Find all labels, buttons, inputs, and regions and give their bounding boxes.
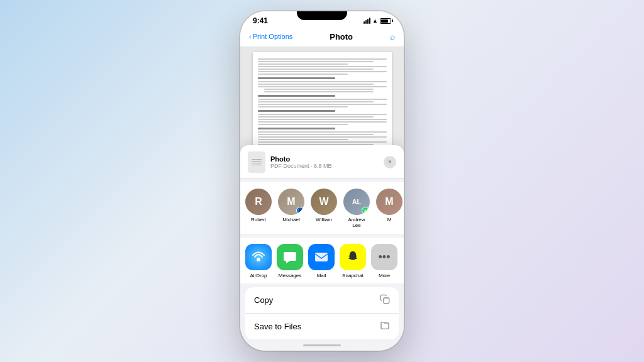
copy-label: Copy xyxy=(254,295,273,305)
app-snapchat[interactable]: Snapchat xyxy=(340,244,366,278)
wifi-icon: ▲ xyxy=(372,18,378,24)
notch xyxy=(297,11,347,20)
contact-name-m: M xyxy=(387,217,392,223)
avatar-robert: R xyxy=(245,189,272,215)
badge-michael: 📱 xyxy=(296,207,304,214)
folder-icon xyxy=(380,321,390,332)
close-button[interactable]: × xyxy=(384,156,396,168)
share-sheet: Photo PDF Document · 6.8 MB × R Robert xyxy=(240,145,404,339)
contact-william[interactable]: W William xyxy=(311,189,337,229)
back-label: Print Options xyxy=(253,33,293,40)
app-mail[interactable]: Mail xyxy=(308,244,335,278)
home-bar xyxy=(303,344,341,346)
svg-rect-2 xyxy=(384,298,389,304)
app-name-airdrop: AirDrop xyxy=(250,273,267,278)
airdrop-icon xyxy=(245,244,272,270)
nav-title: Photo xyxy=(330,32,353,41)
app-more[interactable]: ••• More xyxy=(371,244,397,278)
avatar-andrew-lee: AL W xyxy=(343,189,370,215)
battery-icon xyxy=(380,18,391,24)
contact-name-william: William xyxy=(316,217,332,223)
app-messages[interactable]: Messages xyxy=(277,244,303,278)
avatar-m: M xyxy=(376,189,402,215)
messages-icon xyxy=(277,244,303,270)
action-buttons: Copy Save to Files xyxy=(245,287,399,339)
contact-robert[interactable]: R Robert xyxy=(245,189,272,229)
doc-meta: PDF Document · 6.8 MB xyxy=(270,163,379,169)
contact-andrew-lee[interactable]: AL W Andrew Lee xyxy=(343,189,370,229)
app-name-mail: Mail xyxy=(317,273,326,278)
content-area: Photo PDF Document · 6.8 MB × R Robert xyxy=(240,47,404,339)
badge-andrew-whatsapp: W xyxy=(362,207,369,214)
mail-icon xyxy=(308,244,335,270)
doc-thumbnail xyxy=(248,151,265,173)
save-to-files-button[interactable]: Save to Files xyxy=(245,314,399,339)
share-header: Photo PDF Document · 6.8 MB × xyxy=(240,145,404,178)
doc-info: Photo PDF Document · 6.8 MB xyxy=(270,155,379,169)
nav-bar: ‹ Print Options Photo ⌕ xyxy=(240,29,404,47)
app-airdrop[interactable]: AirDrop xyxy=(245,244,272,278)
avatar-michael: M 📱 xyxy=(278,189,304,215)
copy-icon xyxy=(380,294,390,306)
contact-name-andrew: Andrew Lee xyxy=(343,217,370,229)
signal-icon xyxy=(364,18,370,24)
app-name-more: More xyxy=(379,273,390,278)
contact-name-robert: Robert xyxy=(251,217,266,223)
svg-point-0 xyxy=(257,258,260,261)
copy-button[interactable]: Copy xyxy=(245,287,399,314)
apps-row: AirDrop Messages xyxy=(240,238,404,283)
contact-michael[interactable]: M 📱 Michael xyxy=(278,189,304,229)
home-indicator xyxy=(240,339,404,351)
status-icons: ▲ xyxy=(364,18,391,24)
avatar-william: W xyxy=(311,189,337,215)
contact-m[interactable]: M M xyxy=(376,189,402,229)
status-time: 9:41 xyxy=(253,16,268,25)
contacts-row: R Robert M 📱 Michael W W xyxy=(240,182,404,234)
search-button[interactable]: ⌕ xyxy=(390,31,395,41)
back-button[interactable]: ‹ Print Options xyxy=(249,33,292,40)
more-icon: ••• xyxy=(371,244,397,270)
save-to-files-label: Save to Files xyxy=(254,322,301,331)
phone-frame: 9:41 ▲ ‹ Print Options Photo ⌕ xyxy=(240,11,404,351)
doc-name: Photo xyxy=(270,155,379,163)
chevron-left-icon: ‹ xyxy=(249,33,252,40)
snapchat-icon xyxy=(340,244,366,270)
contact-name-michael: Michael xyxy=(282,217,300,223)
svg-rect-1 xyxy=(315,253,328,261)
app-name-messages: Messages xyxy=(279,273,301,278)
app-name-snapchat: Snapchat xyxy=(342,273,364,278)
